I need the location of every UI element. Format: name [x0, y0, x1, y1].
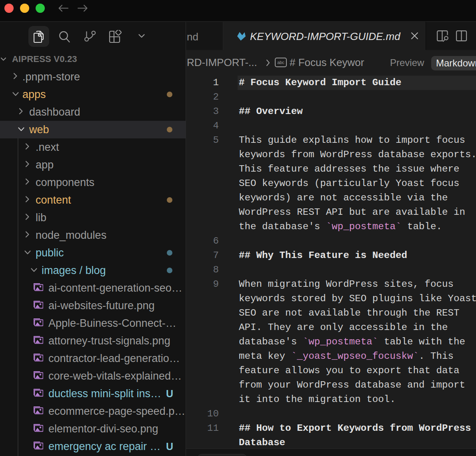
svg-text:abc: abc: [277, 60, 284, 65]
